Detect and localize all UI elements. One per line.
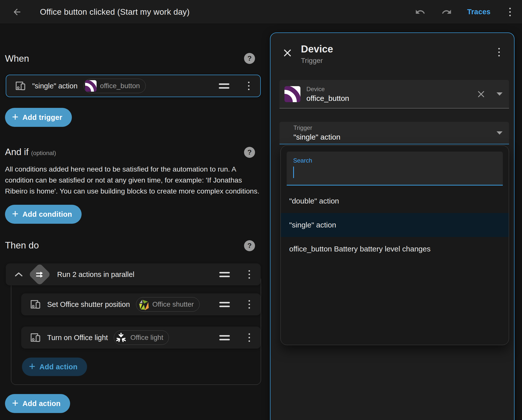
panel-menu-button[interactable]	[494, 48, 504, 56]
when-help-icon[interactable]: ?	[244, 53, 255, 64]
top-app-bar: Office button clicked (Start my work day…	[0, 0, 522, 24]
device-field-value: office_button	[306, 94, 349, 103]
plus-icon: +	[12, 398, 18, 409]
add-action-button[interactable]: + Add action	[5, 394, 70, 413]
device-picker-field[interactable]: Device office_button	[279, 80, 509, 108]
plus-icon: +	[12, 208, 18, 219]
trigger-summary: "single" action	[32, 82, 78, 90]
panel-title: Device	[301, 43, 333, 55]
arrow-left-icon	[12, 7, 22, 17]
action-menu-button[interactable]	[244, 300, 254, 309]
drag-handle[interactable]	[219, 302, 230, 307]
office-light-icon	[115, 332, 127, 343]
undo-button[interactable]	[414, 6, 426, 18]
overflow-menu-button[interactable]	[505, 8, 515, 16]
and-if-help-icon[interactable]: ?	[244, 147, 255, 158]
text-cursor	[293, 167, 294, 178]
drag-handle[interactable]	[219, 83, 229, 89]
redo-button[interactable]	[441, 6, 453, 18]
clear-device-button[interactable]	[476, 89, 487, 100]
collapse-button[interactable]	[13, 268, 25, 280]
optional-label: (optional)	[31, 150, 56, 156]
parallel-title: Run 2 actions in parallel	[57, 270, 134, 279]
parallel-menu-button[interactable]	[244, 270, 254, 279]
trigger-device-chip[interactable]: office_button	[84, 79, 146, 93]
then-do-help-icon[interactable]: ?	[244, 240, 255, 251]
page-title: Office button clicked (Start my work day…	[40, 7, 190, 17]
trigger-row-menu-button[interactable]	[244, 82, 254, 90]
close-panel-button[interactable]	[281, 47, 293, 59]
trigger-field-value: "single" action	[293, 133, 340, 141]
option-single-action[interactable]: "single" action	[281, 213, 509, 237]
options-list: "double" action "single" action office_b…	[281, 189, 509, 261]
light-entity-chip[interactable]: Office light	[114, 330, 169, 345]
devices-icon	[15, 81, 26, 91]
conditions-description: All conditions added here need to be sat…	[5, 164, 264, 197]
and-if-heading: And if(optional)	[5, 147, 56, 157]
chevron-down-icon[interactable]	[497, 131, 503, 135]
when-heading: When	[5, 53, 29, 64]
add-action-inner-button[interactable]: + Add action	[22, 358, 87, 376]
trigger-field-label: Trigger	[293, 124, 340, 131]
parallel-arrows-icon	[35, 271, 44, 278]
then-do-heading: Then do	[5, 240, 39, 251]
back-button[interactable]	[11, 6, 23, 18]
panel-subtitle: Trigger	[301, 57, 333, 65]
plus-icon: +	[29, 361, 35, 372]
drag-handle[interactable]	[219, 272, 230, 277]
office-button-logo	[284, 86, 300, 102]
trigger-options-dropdown: Search "double" action "single" action o…	[280, 145, 509, 345]
option-double-action[interactable]: "double" action	[281, 189, 509, 213]
action-row-light[interactable]: Turn on Office light Office light	[21, 327, 261, 349]
search-label: Search	[293, 157, 503, 164]
action-summary: Turn on Office light	[47, 334, 108, 342]
clear-icon	[477, 90, 486, 99]
light-chip-label: Office light	[130, 334, 163, 342]
trigger-select-field[interactable]: Trigger "single" action	[279, 122, 509, 144]
plus-icon: +	[12, 111, 18, 122]
search-field[interactable]: Search	[287, 152, 503, 186]
parallel-block-header[interactable]: Run 2 actions in parallel	[6, 263, 261, 285]
add-condition-button[interactable]: + Add condition	[5, 205, 82, 224]
device-field-label: Device	[306, 86, 349, 93]
option-battery-level[interactable]: office_button Battery battery level chan…	[281, 237, 509, 261]
trigger-row-card[interactable]: "single" action office_button	[6, 75, 261, 97]
trigger-settings-panel: Device Trigger Device office_button	[270, 32, 515, 420]
devices-icon	[30, 299, 41, 309]
traces-link[interactable]: Traces	[467, 8, 491, 16]
close-icon	[282, 48, 292, 58]
trigger-chip-label: office_button	[100, 82, 140, 90]
chevron-up-icon	[14, 272, 23, 277]
action-menu-button[interactable]	[244, 333, 254, 342]
action-summary: Set Office shutter position	[47, 300, 130, 309]
office-shutter-logo	[137, 299, 149, 310]
panel-header: Device Trigger	[281, 43, 504, 65]
chevron-down-icon[interactable]	[497, 92, 503, 96]
redo-icon	[441, 7, 452, 17]
parallel-badge	[28, 263, 51, 286]
add-trigger-button[interactable]: + Add trigger	[5, 108, 72, 127]
drag-handle[interactable]	[219, 335, 230, 340]
shutter-entity-chip[interactable]: Office shutter	[136, 297, 200, 312]
undo-icon	[415, 7, 425, 17]
office-button-logo	[85, 80, 97, 92]
action-row-shutter[interactable]: Set Office shutter position Office shutt…	[21, 293, 261, 315]
shutter-chip-label: Office shutter	[152, 300, 194, 308]
devices-icon	[30, 333, 41, 343]
